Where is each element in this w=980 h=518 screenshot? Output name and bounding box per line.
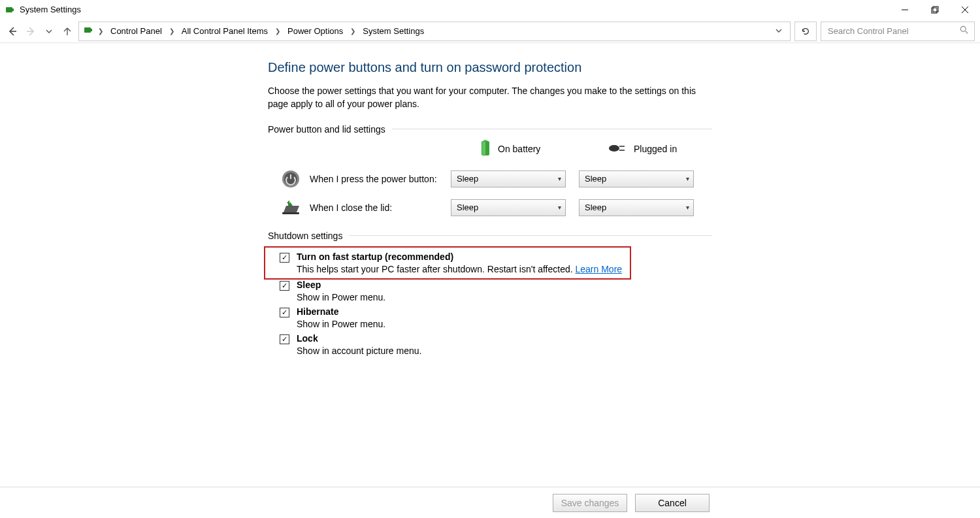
close-button[interactable] xyxy=(950,0,980,19)
section-label: Power button and lid settings xyxy=(268,124,392,135)
column-label: On battery xyxy=(498,144,540,154)
svg-point-11 xyxy=(960,26,966,31)
titlebar: System Settings xyxy=(0,0,980,20)
option-description: Show in Power menu. xyxy=(297,292,712,302)
search-icon xyxy=(960,25,969,37)
shutdown-settings-list: ✓ Turn on fast startup (recommended) Thi… xyxy=(268,246,712,356)
window-title: System Settings xyxy=(20,5,81,14)
save-changes-button[interactable]: Save changes xyxy=(553,494,627,512)
svg-rect-9 xyxy=(84,27,91,33)
breadcrumb-item[interactable]: All Control Panel Items xyxy=(179,25,270,37)
row-power-button: When I press the power button: xyxy=(268,169,451,189)
option-description: This helps start your PC faster after sh… xyxy=(297,264,627,274)
option-label: Hibernate xyxy=(297,306,712,317)
svg-line-12 xyxy=(966,31,968,34)
maximize-button[interactable] xyxy=(920,0,950,19)
chevron-right-icon[interactable]: ❯ xyxy=(96,27,105,35)
option-label: Sleep xyxy=(297,280,712,290)
option-description: Show in Power menu. xyxy=(297,319,712,329)
checkbox-lock[interactable]: ✓ xyxy=(280,334,289,344)
section-shutdown-title: Shutdown settings xyxy=(268,231,712,241)
svg-rect-21 xyxy=(282,212,299,214)
svg-rect-15 xyxy=(482,142,485,155)
column-label: Plugged in xyxy=(634,144,677,154)
learn-more-link[interactable]: Learn More xyxy=(576,264,623,274)
section-power-lid-title: Power button and lid settings xyxy=(268,124,712,135)
back-button[interactable] xyxy=(5,24,20,39)
battery-icon xyxy=(480,140,491,159)
breadcrumb-item[interactable]: Power Options xyxy=(285,25,346,37)
chevron-down-icon: ▾ xyxy=(558,175,561,182)
select-value: Sleep xyxy=(585,202,606,212)
cancel-button[interactable]: Cancel xyxy=(635,494,710,512)
option-label: Turn on fast startup (recommended) xyxy=(297,251,627,262)
power-button-icon xyxy=(280,169,302,189)
select-value: Sleep xyxy=(457,174,478,184)
page-description: Choose the power settings that you want … xyxy=(268,84,702,111)
divider xyxy=(392,129,712,129)
minimize-button[interactable] xyxy=(890,0,920,19)
page-title: Define power buttons and turn on passwor… xyxy=(268,60,712,75)
select-value: Sleep xyxy=(585,174,606,184)
column-on-battery: On battery xyxy=(451,140,579,159)
close-lid-plugged-select[interactable]: Sleep ▾ xyxy=(579,199,694,216)
window-controls xyxy=(890,0,980,19)
chevron-down-icon: ▾ xyxy=(686,175,689,182)
breadcrumb-item[interactable]: Control Panel xyxy=(108,25,165,37)
forward-button[interactable] xyxy=(24,24,38,39)
plug-icon xyxy=(608,143,627,155)
option-lock: ✓ Lock Show in account picture menu. xyxy=(280,333,712,356)
refresh-button[interactable] xyxy=(794,22,817,41)
power-button-plugged-select[interactable]: Sleep ▾ xyxy=(579,170,694,187)
option-sleep: ✓ Sleep Show in Power menu. xyxy=(280,280,712,302)
checkbox-fast-startup[interactable]: ✓ xyxy=(280,253,289,263)
power-lid-grid: On battery Plugged in xyxy=(268,140,712,216)
divider xyxy=(349,235,712,236)
power-button-battery-select[interactable]: Sleep ▾ xyxy=(451,170,566,187)
navigation-bar: ❯ Control Panel ❯ All Control Panel Item… xyxy=(0,20,980,43)
svg-point-16 xyxy=(609,145,619,152)
option-hibernate: ✓ Hibernate Show in Power menu. xyxy=(280,306,712,329)
row-label: When I close the lid: xyxy=(310,202,392,213)
option-fast-startup: ✓ Turn on fast startup (recommended) Thi… xyxy=(280,251,627,274)
search-box[interactable] xyxy=(821,22,975,41)
chevron-down-icon: ▾ xyxy=(686,204,689,211)
svg-rect-1 xyxy=(12,8,14,11)
breadcrumb-item[interactable]: System Settings xyxy=(360,25,427,37)
svg-rect-4 xyxy=(933,7,938,12)
recent-locations-button[interactable] xyxy=(42,24,56,39)
up-button[interactable] xyxy=(60,24,74,39)
checkbox-hibernate[interactable]: ✓ xyxy=(280,308,289,317)
row-close-lid: When I close the lid: xyxy=(268,199,451,216)
laptop-lid-icon xyxy=(280,199,302,216)
checkbox-sleep[interactable]: ✓ xyxy=(280,281,289,291)
footer-buttons: Save changes Cancel xyxy=(0,487,980,518)
highlighted-option: ✓ Turn on fast startup (recommended) Thi… xyxy=(264,246,631,280)
breadcrumb[interactable]: ❯ Control Panel ❯ All Control Panel Item… xyxy=(78,22,791,41)
chevron-right-icon[interactable]: ❯ xyxy=(348,27,357,35)
svg-rect-3 xyxy=(932,8,937,13)
option-description-text: This helps start your PC faster after sh… xyxy=(297,264,576,274)
option-label: Lock xyxy=(297,333,712,344)
chevron-right-icon[interactable]: ❯ xyxy=(273,27,282,35)
chevron-down-icon: ▾ xyxy=(558,204,561,211)
svg-rect-0 xyxy=(6,7,12,12)
svg-rect-10 xyxy=(91,29,92,31)
close-lid-battery-select[interactable]: Sleep ▾ xyxy=(451,199,566,216)
select-value: Sleep xyxy=(457,202,478,212)
address-dropdown-button[interactable] xyxy=(772,27,786,36)
section-label: Shutdown settings xyxy=(268,231,349,241)
option-description: Show in account picture menu. xyxy=(297,346,712,356)
column-plugged-in: Plugged in xyxy=(579,143,707,155)
search-input[interactable] xyxy=(826,25,944,37)
row-label: When I press the power button: xyxy=(310,174,437,184)
chevron-right-icon[interactable]: ❯ xyxy=(167,27,176,35)
power-options-app-icon xyxy=(4,4,16,16)
power-options-icon xyxy=(83,25,93,37)
content-area: Define power buttons and turn on passwor… xyxy=(0,43,980,487)
